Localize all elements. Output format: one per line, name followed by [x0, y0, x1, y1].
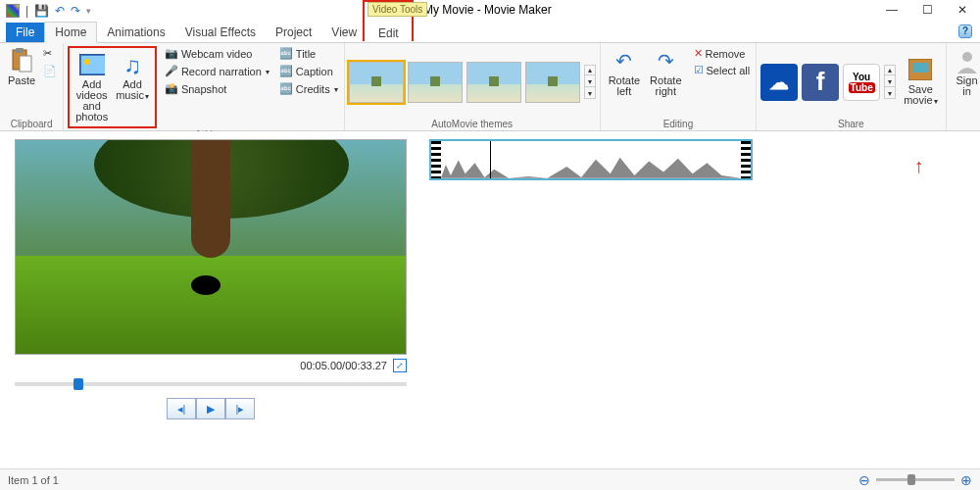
prev-frame-button[interactable]: ◂| [167, 398, 196, 419]
title-icon: 🔤 [279, 47, 293, 61]
title-button[interactable]: 🔤Title [277, 46, 340, 62]
add-videos-photos-button[interactable]: Add videos and photos [72, 50, 112, 124]
close-button[interactable]: ✕ [945, 0, 980, 20]
window-title: My Movie - Movie Maker [423, 3, 552, 17]
zoom-slider[interactable] [876, 478, 955, 481]
rotate-left-label: Rotate left [609, 75, 640, 97]
annotation-highlight-add: Add videos and photos ♫ Add music▾ [68, 46, 157, 128]
tab-view[interactable]: View [321, 23, 367, 42]
undo-icon[interactable]: ↶ [55, 4, 65, 18]
svg-rect-1 [16, 48, 24, 53]
add-videos-icon [79, 52, 105, 77]
status-bar: Item 1 of 1 ⊖ ⊕ [0, 468, 980, 490]
svg-point-8 [962, 52, 972, 62]
group-add: Add videos and photos ♫ Add music▾ 📷Webc… [64, 43, 345, 130]
timeline-clip[interactable] [429, 139, 753, 180]
share-youtube-button[interactable]: You Tube [843, 64, 880, 101]
timeline-pane[interactable] [421, 131, 980, 468]
select-all-button[interactable]: ☑ Select all [692, 63, 753, 77]
group-clipboard: Paste ✂ 📄 Clipboard [0, 43, 64, 130]
group-share: ☁ f You Tube ▴ ▾ ▾ Save movie▾ Share ↑ [757, 43, 946, 130]
tab-visual-effects[interactable]: Visual Effects [175, 23, 266, 42]
sprocket-left [431, 141, 441, 178]
tab-home[interactable]: Home [44, 22, 97, 43]
group-label-automovie: AutoMovie themes [349, 118, 596, 130]
theme-thumb-1[interactable] [349, 62, 404, 103]
themes-scroll-down[interactable]: ▾ [585, 77, 595, 87]
qat-separator: | [25, 4, 28, 18]
save-movie-icon [907, 57, 933, 82]
rotate-left-button[interactable]: ↶ Rotate left [605, 46, 644, 99]
sprocket-right [741, 141, 751, 178]
next-frame-button[interactable]: |▸ [225, 398, 255, 419]
theme-thumb-4[interactable] [525, 62, 580, 103]
save-icon[interactable]: 💾 [34, 4, 49, 18]
select-all-label: Select all [707, 65, 751, 76]
cut-icon: ✂ [43, 47, 57, 61]
tab-file[interactable]: File [6, 23, 44, 42]
youtube-icon-bot: Tube [849, 82, 875, 93]
user-icon [955, 48, 980, 74]
facebook-icon: f [816, 67, 825, 97]
themes-more[interactable]: ▾ [585, 89, 595, 98]
webcam-video-button[interactable]: 📷Webcam video [163, 46, 271, 62]
ribbon-tabs: File Home Animations Visual Effects Proj… [0, 22, 980, 43]
svg-rect-4 [81, 56, 105, 74]
cut-button[interactable]: ✂ [41, 46, 59, 62]
group-automovie: ▴ ▾ ▾ AutoMovie themes [345, 43, 601, 130]
mic-icon: 🎤 [165, 65, 178, 78]
minimize-button[interactable]: — [874, 0, 909, 20]
add-music-button[interactable]: ♫ Add music▾ [112, 50, 153, 124]
rotate-right-button[interactable]: ↷ Rotate right [646, 46, 685, 99]
qat-more-icon[interactable]: ▾ [86, 6, 91, 16]
waveform [441, 141, 741, 178]
seek-thumb[interactable] [74, 378, 83, 390]
tab-edit[interactable]: Edit [368, 24, 409, 43]
webcam-icon: 📷 [165, 47, 178, 61]
share-more[interactable]: ▾ [885, 89, 895, 98]
maximize-button[interactable]: ☐ [909, 0, 945, 20]
share-facebook-button[interactable]: f [802, 64, 839, 101]
seek-bar[interactable] [15, 382, 407, 386]
record-narration-button[interactable]: 🎤Record narration▾ [163, 64, 271, 79]
svg-rect-7 [912, 63, 928, 73]
group-editing: ↶ Rotate left ↷ Rotate right ✕ Remove ☑ … [601, 43, 757, 130]
tab-animations[interactable]: Animations [97, 23, 174, 42]
share-onedrive-button[interactable]: ☁ [760, 64, 798, 101]
zoom-out-button[interactable]: ⊖ [858, 472, 870, 488]
cloud-icon: ☁ [769, 71, 789, 94]
snapshot-button[interactable]: 📸Snapshot [163, 81, 271, 97]
playhead[interactable] [490, 141, 491, 178]
svg-point-5 [84, 59, 90, 65]
zoom-in-button[interactable]: ⊕ [960, 472, 972, 488]
credits-button[interactable]: 🔤Credits▾ [277, 81, 340, 97]
narration-label: Record narration [181, 66, 262, 77]
tab-project[interactable]: Project [266, 23, 321, 42]
paste-icon [9, 48, 34, 74]
help-icon[interactable]: ? [958, 24, 972, 38]
fullscreen-button[interactable]: ⤢ [393, 359, 407, 372]
play-button[interactable]: ▶ [196, 398, 225, 419]
rotate-left-icon: ↶ [612, 48, 637, 74]
share-scroll-down[interactable]: ▾ [885, 77, 895, 87]
caption-button[interactable]: 🔤Caption [277, 64, 340, 79]
theme-thumb-3[interactable] [466, 62, 521, 103]
copy-button[interactable]: 📄 [41, 64, 59, 79]
remove-label: Remove [706, 48, 746, 60]
save-movie-button[interactable]: Save movie▾ [900, 55, 941, 109]
group-label-share: Share [760, 118, 941, 130]
sign-in-button[interactable]: Sign in [951, 46, 981, 99]
group-label-clipboard: Clipboard [4, 118, 59, 130]
snapshot-label: Snapshot [181, 83, 226, 95]
group-signin: Sign in [947, 43, 981, 130]
share-scroll-up[interactable]: ▴ [885, 66, 895, 75]
paste-button[interactable]: Paste [4, 46, 39, 88]
remove-button[interactable]: ✕ Remove [692, 46, 753, 61]
themes-scroll-up[interactable]: ▴ [585, 66, 595, 75]
theme-thumb-2[interactable] [408, 62, 463, 103]
redo-icon[interactable]: ↷ [71, 4, 80, 18]
title-bar: | 💾 ↶ ↷ ▾ Video Tools My Movie - Movie M… [0, 0, 980, 22]
preview-video[interactable] [15, 139, 407, 355]
app-icon[interactable] [6, 4, 20, 18]
snapshot-icon: 📸 [165, 82, 178, 96]
